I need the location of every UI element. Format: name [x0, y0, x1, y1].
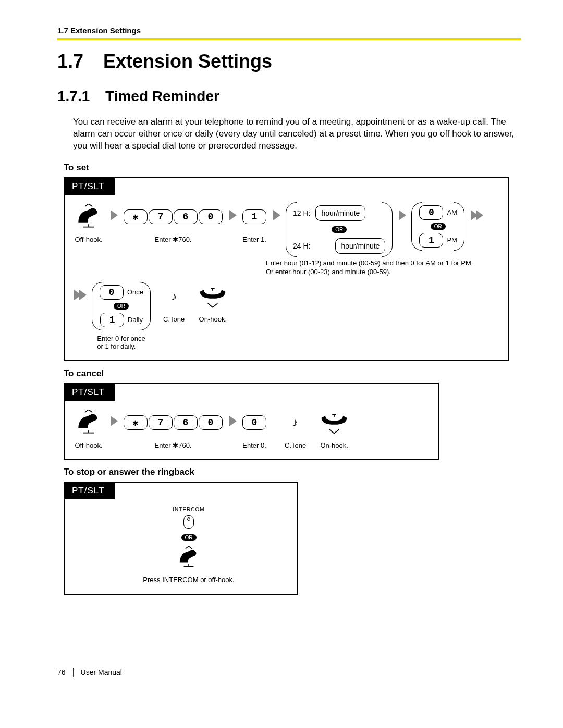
- arrow-double-icon: [470, 202, 483, 228]
- or-pill: OR: [114, 303, 129, 310]
- label-12h: 12 H:: [293, 209, 310, 217]
- intro-paragraph: You can receive an alarm at your telepho…: [73, 116, 521, 152]
- enter-0-caption: Enter 0.: [242, 441, 266, 450]
- subsection-title-text: Timed Reminder: [105, 88, 219, 104]
- page-number: 76: [57, 668, 66, 676]
- key-7: 7: [149, 209, 173, 224]
- ctone-caption: C.Tone: [285, 441, 306, 450]
- arrow-icon: [272, 202, 280, 228]
- offhook-caption: Off-hook.: [75, 236, 102, 244]
- onhook-caption: On-hook.: [320, 441, 348, 450]
- to-cancel-heading: To cancel: [64, 368, 521, 379]
- music-note-icon: ♪: [292, 416, 298, 429]
- onhook-icon: [319, 408, 350, 437]
- intercom-caption: Press INTERCOM or off-hook.: [143, 576, 234, 584]
- arrow-double-icon: [73, 282, 87, 308]
- ampm-group: 0 AM OR 1 PM: [411, 202, 464, 251]
- header-rule: [57, 38, 521, 40]
- label-once: Once: [127, 288, 143, 296]
- footer-label: User Manual: [81, 668, 122, 676]
- enter-1-caption: Enter 1.: [242, 236, 266, 244]
- key-pm: 1: [419, 233, 443, 248]
- subsection-number: 1.7.1: [57, 88, 90, 105]
- or-pill: OR: [431, 223, 446, 230]
- running-header: 1.7 Extension Settings: [57, 26, 521, 35]
- arrow-icon: [109, 408, 118, 434]
- arrow-icon: [398, 202, 406, 228]
- section-title-text: Extension Settings: [103, 51, 272, 72]
- subsection-heading: 1.7.1 Timed Reminder: [57, 88, 521, 105]
- section-number: 1.7: [57, 51, 83, 72]
- key-star: ✱: [124, 415, 148, 430]
- to-set-diagram: PT/SLT Off-hook. ✱ 7 6: [64, 177, 509, 361]
- footer-divider: [73, 668, 74, 677]
- key-0: 0: [242, 415, 266, 430]
- key-once: 0: [100, 285, 124, 300]
- diagram-tab: PT/SLT: [65, 384, 115, 401]
- onhook-icon: [197, 282, 228, 311]
- onhook-caption: On-hook.: [199, 315, 227, 324]
- key-6: 6: [174, 415, 198, 430]
- label-am: AM: [447, 208, 457, 216]
- key-daily: 1: [100, 313, 124, 327]
- to-stop-diagram: PT/SLT INTERCOM OR Press INTERCOM or off…: [64, 482, 298, 595]
- key-star: ✱: [124, 209, 148, 224]
- music-note-icon: ♪: [171, 290, 177, 303]
- enter-760-caption: Enter ✱760.: [155, 236, 192, 244]
- key-7: 7: [149, 415, 173, 430]
- arrow-icon: [228, 202, 237, 228]
- intercom-label: INTERCOM: [173, 507, 204, 512]
- keys-760: ✱ 7 6 0: [123, 415, 223, 430]
- offhook-icon: [173, 546, 204, 571]
- diagram-tab: PT/SLT: [65, 483, 115, 499]
- offhook-caption: Off-hook.: [75, 441, 102, 450]
- hour-minute-field-12h: hour/minute: [315, 205, 365, 221]
- key-1: 1: [242, 209, 266, 224]
- to-set-heading: To set: [64, 163, 521, 173]
- enter-760-caption: Enter ✱760.: [155, 441, 192, 450]
- intercom-group: INTERCOM OR: [173, 507, 204, 571]
- to-stop-heading: To stop or answer the ringback: [64, 467, 521, 477]
- offhook-icon: [73, 202, 104, 231]
- or-pill: OR: [181, 534, 197, 541]
- diagram-tab: PT/SLT: [65, 178, 115, 195]
- arrow-icon: [109, 202, 118, 228]
- or-pill: OR: [332, 226, 347, 233]
- ctone-caption: C.Tone: [163, 315, 185, 324]
- key-6: 6: [174, 209, 198, 224]
- hour-minute-field-24h: hour/minute: [335, 238, 385, 254]
- to-cancel-diagram: PT/SLT Off-hook. ✱ 7 6: [64, 383, 439, 460]
- label-daily: Daily: [128, 316, 143, 324]
- label-24h: 24 H:: [293, 242, 310, 250]
- keys-760: ✱ 7 6 0: [123, 209, 223, 224]
- once-daily-group: 0 Once OR 1 Daily: [92, 282, 151, 330]
- section-heading: 1.7 Extension Settings: [57, 51, 521, 72]
- page-footer: 76 User Manual: [57, 668, 521, 677]
- hour-mode-group: 12 H: hour/minute OR 24 H: hour/minute: [286, 202, 393, 257]
- intercom-button-icon: [183, 515, 194, 529]
- arrow-icon: [228, 408, 237, 434]
- once-daily-caption: Enter 0 for once or 1 for daily.: [97, 335, 145, 351]
- key-0: 0: [199, 415, 223, 430]
- key-am: 0: [419, 205, 443, 220]
- offhook-icon: [73, 408, 104, 437]
- key-0: 0: [199, 209, 223, 224]
- hm-note: Enter hour (01-12) and minute (00-59) an…: [266, 259, 473, 277]
- label-pm: PM: [447, 236, 457, 244]
